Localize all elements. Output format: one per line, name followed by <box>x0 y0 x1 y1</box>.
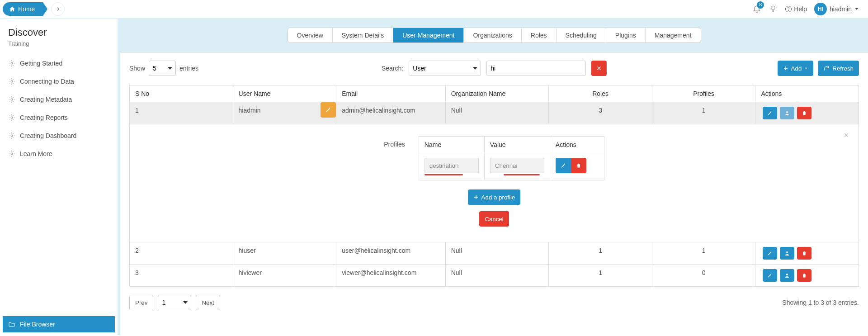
user-menu[interactable]: HI hiadmin <box>814 3 859 15</box>
edit-user-button[interactable] <box>763 247 777 260</box>
cell-actions <box>755 265 859 287</box>
admin-tabs: Overview System Details User Management … <box>288 28 701 43</box>
breadcrumb: Home <box>3 2 65 16</box>
plus-icon <box>473 194 479 200</box>
show-entries-select[interactable]: 5 <box>149 61 176 76</box>
user-detail-button[interactable] <box>780 269 794 282</box>
pager: Prev 1 Next <box>129 295 220 310</box>
col-actions[interactable]: Actions <box>755 85 859 102</box>
delete-user-button[interactable] <box>797 247 811 260</box>
cell-profiles: 1 <box>652 102 755 124</box>
trash-icon <box>576 163 581 168</box>
add-profile-button[interactable]: Add a profile <box>468 189 521 205</box>
col-profiles[interactable]: Profiles <box>652 85 755 102</box>
next-page-button[interactable]: Next <box>196 295 220 310</box>
sidebar-item-learn-more[interactable]: Learn More <box>8 145 118 163</box>
tab-user-management[interactable]: User Management <box>393 28 464 43</box>
tab-management[interactable]: Management <box>646 28 701 43</box>
cell-roles: 3 <box>549 102 652 124</box>
entries-label: entries <box>179 65 198 72</box>
delete-user-button[interactable] <box>797 269 811 282</box>
chevron-right-icon <box>56 7 60 11</box>
sidebar-subtitle: Training <box>8 40 118 47</box>
entries-info: Showing 1 to 3 of 3 entries. <box>782 299 859 306</box>
cell-email: viewer@helicalinsight.com <box>336 265 446 287</box>
svg-point-6 <box>11 99 13 100</box>
sidebar-item-connecting-data[interactable]: Connecting to Data <box>8 72 118 90</box>
cell-username: hiviewer <box>233 265 336 287</box>
col-username[interactable]: User Name <box>233 85 336 102</box>
pencil-icon <box>767 251 773 256</box>
content: Show 5 entries Search: User <box>120 52 868 320</box>
cancel-profiles-button[interactable]: Cancel <box>479 211 509 227</box>
profiles-col-value: Value <box>484 137 550 153</box>
tab-system-details[interactable]: System Details <box>333 28 393 43</box>
user-detail-button[interactable] <box>780 247 794 260</box>
close-profiles-panel[interactable]: × <box>844 131 849 140</box>
refresh-button[interactable]: Refresh <box>818 61 859 76</box>
file-browser-button[interactable]: File Browser <box>3 316 115 332</box>
help-button[interactable]: Help <box>785 5 807 13</box>
edit-profile-button[interactable] <box>556 158 571 173</box>
delete-user-button[interactable] <box>797 107 811 119</box>
user-detail-button[interactable] <box>780 107 794 119</box>
close-icon <box>596 66 602 71</box>
folder-icon <box>8 321 15 328</box>
col-roles[interactable]: Roles <box>549 85 652 102</box>
page-select[interactable]: 1 <box>158 295 191 310</box>
cell-username: hiuser <box>233 242 336 265</box>
edit-user-button[interactable] <box>763 269 777 282</box>
help-icon <box>785 5 792 13</box>
edit-user-button[interactable] <box>763 107 777 119</box>
col-email[interactable]: Email <box>336 85 446 102</box>
delete-profile-button[interactable] <box>571 158 586 173</box>
tab-plugins[interactable]: Plugins <box>606 28 646 43</box>
gear-icon <box>8 96 15 103</box>
clear-search-button[interactable] <box>591 61 607 76</box>
svg-point-8 <box>11 135 13 137</box>
chevron-down-icon <box>854 7 859 11</box>
sidebar-item-creating-metadata[interactable]: Creating Metadata <box>8 90 118 109</box>
breadcrumb-next[interactable] <box>51 2 65 16</box>
sidebar-title: Discover <box>8 27 118 38</box>
notifications[interactable]: 8 <box>752 4 761 14</box>
col-org[interactable]: Organization Name <box>445 85 549 102</box>
svg-marker-10 <box>805 68 807 69</box>
sidebar-item-creating-dashboard[interactable]: Creating Dashboard <box>8 127 118 145</box>
cell-profiles: 1 <box>652 242 755 265</box>
refresh-label: Refresh <box>832 65 854 72</box>
cell-sno: 3 <box>130 265 233 287</box>
pencil-icon <box>561 163 566 168</box>
search-label: Search: <box>382 65 403 72</box>
tab-roles[interactable]: Roles <box>522 28 557 43</box>
profiles-table: Name Value Actions <box>419 136 604 180</box>
breadcrumb-home[interactable]: Home <box>3 2 43 16</box>
profiles-expanded-row: × Profiles Name Value Actions <box>130 124 859 242</box>
search-type-select[interactable]: User <box>409 61 481 76</box>
help-label: Help <box>794 5 807 13</box>
breadcrumb-home-label: Home <box>18 5 35 13</box>
cell-profiles: 0 <box>652 265 755 287</box>
user-name: hiadmin <box>830 5 852 13</box>
tab-overview[interactable]: Overview <box>288 28 333 43</box>
cell-username: hiadmin <box>233 102 336 124</box>
sidebar-item-label: Creating Dashboard <box>20 132 76 139</box>
tab-organizations[interactable]: Organizations <box>464 28 521 43</box>
sidebar: Discover Training Getting Started Connec… <box>0 19 118 335</box>
col-sno[interactable]: S No <box>130 85 233 102</box>
profile-name-input <box>425 158 479 173</box>
tab-scheduling[interactable]: Scheduling <box>557 28 606 43</box>
lightbulb-button[interactable] <box>769 4 778 14</box>
svg-point-13 <box>786 274 788 275</box>
sidebar-item-creating-reports[interactable]: Creating Reports <box>8 109 118 127</box>
gear-icon <box>8 60 15 67</box>
file-browser-label: File Browser <box>20 321 55 328</box>
gear-icon <box>8 150 15 157</box>
add-button[interactable]: Add <box>778 61 814 76</box>
inline-edit-button[interactable] <box>321 102 336 118</box>
search-input[interactable] <box>486 61 586 76</box>
pencil-icon <box>767 110 773 116</box>
prev-page-button[interactable]: Prev <box>129 295 153 310</box>
cell-actions <box>755 102 859 124</box>
sidebar-item-getting-started[interactable]: Getting Started <box>8 54 118 72</box>
